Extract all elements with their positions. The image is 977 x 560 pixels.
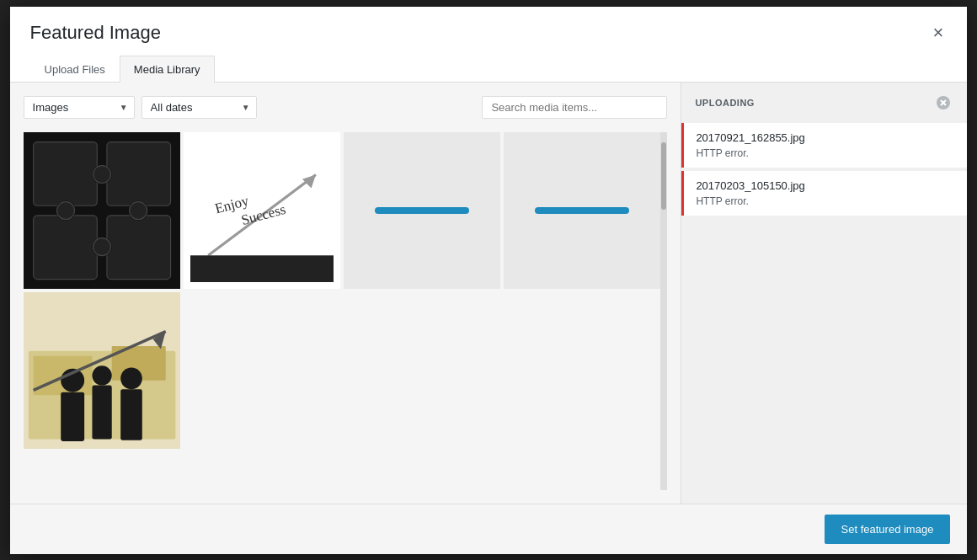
svg-rect-24	[61, 392, 84, 440]
media-item[interactable]	[24, 292, 180, 449]
uploading-header: UPLOADING	[681, 83, 967, 123]
svg-point-6	[93, 165, 110, 183]
modal-body: Images All Media Types Audio Video ▼ All…	[10, 83, 968, 504]
svg-rect-4	[107, 215, 171, 279]
svg-point-11	[128, 200, 147, 220]
tab-upload[interactable]: Upload Files	[30, 56, 120, 83]
svg-rect-28	[120, 389, 142, 440]
filter-type-wrap: Images All Media Types Audio Video ▼	[24, 96, 135, 119]
modal-title: Featured Image	[30, 22, 161, 44]
close-icon	[936, 95, 951, 110]
svg-point-10	[93, 237, 110, 255]
svg-rect-3	[33, 215, 97, 279]
svg-rect-1	[33, 141, 97, 205]
filter-type-select[interactable]: Images All Media Types Audio Video	[24, 96, 135, 119]
upload-progress-bar	[375, 207, 469, 214]
scroll-container: Enjoy Success	[24, 132, 668, 490]
modal-tabs: Upload Files Media Library	[30, 56, 948, 82]
svg-rect-0	[24, 132, 180, 289]
media-scroll-thumb	[661, 142, 666, 210]
upload-error-item: 20170921_162855.jpg HTTP error.	[681, 123, 967, 168]
uploading-label: UPLOADING	[695, 98, 755, 108]
uploading-close-button[interactable]	[933, 93, 953, 113]
upload-progress-bar	[535, 207, 629, 214]
search-input[interactable]	[482, 96, 667, 119]
svg-rect-2	[107, 141, 171, 205]
svg-point-7	[56, 200, 75, 220]
upload-filename: 20170921_162855.jpg	[696, 131, 955, 144]
tab-media-library[interactable]: Media Library	[120, 56, 215, 83]
svg-point-9	[92, 237, 111, 256]
svg-point-5	[92, 164, 111, 184]
modal-title-row: Featured Image ×	[30, 22, 948, 44]
upload-sidebar: UPLOADING 20170921_162855.jpg HTTP error…	[681, 83, 967, 504]
filter-date-wrap: All dates January 2017 February 2017 Sep…	[141, 96, 257, 119]
modal-footer: Set featured image	[10, 504, 968, 554]
svg-rect-18	[190, 255, 334, 282]
modal: Featured Image × Upload Files Media Libr…	[10, 7, 968, 554]
svg-point-8	[56, 201, 74, 219]
modal-close-button[interactable]: ×	[930, 24, 948, 42]
modal-overlay: Featured Image × Upload Files Media Libr…	[0, 0, 977, 560]
modal-header: Featured Image × Upload Files Media Libr…	[10, 7, 968, 83]
media-main: Images All Media Types Audio Video ▼ All…	[10, 83, 681, 504]
media-item-loading-2	[504, 132, 660, 289]
upload-filename: 20170203_105150.jpg	[696, 179, 955, 192]
media-scroll-track[interactable]	[660, 132, 667, 490]
upload-error-message: HTTP error.	[696, 195, 955, 207]
upload-error-item: 20170203_105150.jpg HTTP error.	[681, 171, 967, 216]
svg-point-27	[120, 367, 142, 389]
svg-rect-26	[92, 385, 111, 439]
media-item[interactable]	[24, 132, 180, 289]
set-featured-image-button[interactable]: Set featured image	[825, 515, 951, 544]
media-item[interactable]: Enjoy Success	[184, 132, 340, 289]
upload-error-message: HTTP error.	[696, 147, 955, 159]
svg-point-25	[92, 365, 111, 385]
media-item-loading-1	[344, 132, 500, 289]
media-toolbar: Images All Media Types Audio Video ▼ All…	[24, 96, 668, 119]
filter-date-select[interactable]: All dates January 2017 February 2017 Sep…	[141, 96, 257, 119]
media-grid: Enjoy Success	[24, 132, 661, 490]
svg-point-12	[129, 201, 147, 219]
